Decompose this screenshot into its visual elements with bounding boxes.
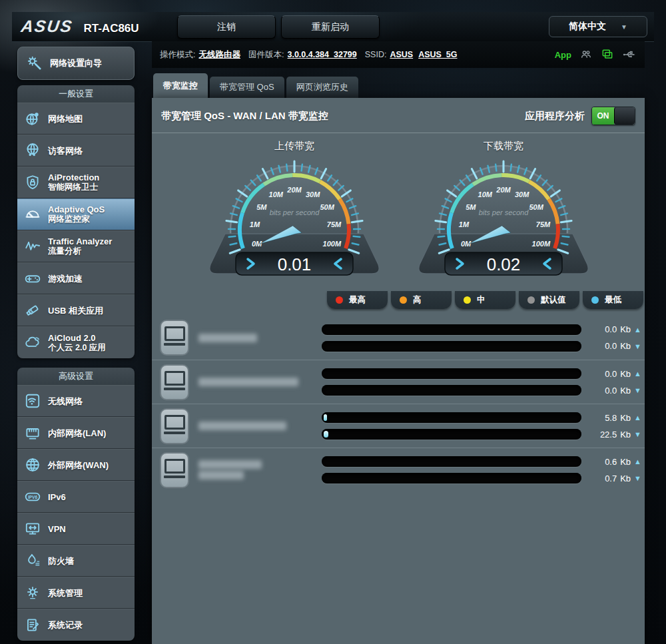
- aiprotection-icon: [23, 172, 43, 192]
- client-bars: [322, 368, 581, 396]
- sidebar-item-usb-apps[interactable]: USB 相关应用: [17, 294, 135, 326]
- logout-button[interactable]: 注销: [177, 15, 276, 39]
- legend-button-0[interactable]: 最高: [327, 291, 388, 309]
- operation-mode-link[interactable]: 无线路由器: [198, 49, 240, 61]
- download-value-line: 22.5Kb▼: [584, 429, 641, 440]
- legend-dot: [464, 296, 471, 304]
- legend-label: 最高: [349, 294, 366, 306]
- client-bars: [322, 456, 581, 483]
- tab-0[interactable]: 带宽监控: [153, 73, 208, 98]
- client-bars: [322, 324, 581, 352]
- upload-value: 0.6: [605, 457, 617, 467]
- client-bandwidth-list: 0.0Kb▲0.0Kb▼0.0Kb▲0.0Kb▼5.8Kb▲22.5Kb▼0.6…: [152, 316, 645, 491]
- admin-gear-icon: [23, 583, 43, 603]
- clients-icon[interactable]: [579, 48, 593, 61]
- sidebar-item-adaptive-qos[interactable]: Adaptive QoS网络监控家: [17, 198, 135, 230]
- ssid-label: SSID:: [365, 50, 387, 59]
- client-name-redacted: [198, 376, 322, 388]
- unit-label: Kb: [620, 324, 631, 334]
- sidebar-item-admin-gear[interactable]: 系统管理: [17, 577, 135, 609]
- ssid-link-2g[interactable]: ASUS: [390, 50, 413, 59]
- sidebar-item-aiprotection[interactable]: AiProtection智能网络卫士: [17, 166, 135, 198]
- sidebar-item-network-map[interactable]: 网络地图: [17, 103, 135, 135]
- asus-logo: ASUS: [20, 17, 75, 36]
- client-device-icon[interactable]: [160, 320, 189, 356]
- client-values: 0.0Kb▲0.0Kb▼: [584, 368, 641, 396]
- ssid-link-5g[interactable]: ASUS_5G: [418, 50, 457, 59]
- wan-icon: [23, 455, 43, 475]
- sidebar-item-label: USB 相关应用: [48, 306, 103, 316]
- game-boost-icon: [23, 268, 43, 288]
- sidebar-item-wireless[interactable]: 无线网络: [17, 385, 135, 417]
- sidebar-item-traffic-analyzer[interactable]: Traffic Analyzer流量分析: [17, 230, 135, 262]
- devices-sync-icon[interactable]: [601, 48, 614, 61]
- upload-arrow-icon: ▲: [634, 414, 641, 422]
- legend-label: 中: [477, 294, 486, 306]
- svg-text:75M: 75M: [536, 220, 551, 228]
- panel-title-row: 带宽管理 QoS - WAN / LAN 带宽监控 应用程序分析 ON: [152, 98, 645, 133]
- sidebar-item-guest-network[interactable]: 访客网络: [17, 135, 135, 166]
- client-device-icon[interactable]: [160, 364, 189, 400]
- download-bar: [322, 341, 581, 352]
- apps-analysis-label: 应用程序分析: [525, 110, 585, 123]
- svg-text:30M: 30M: [306, 190, 320, 198]
- sidebar-item-system-log[interactable]: 系统记录: [17, 609, 135, 641]
- usb-plug-icon[interactable]: [622, 47, 637, 62]
- status-info-bar: 操作模式: 无线路由器 固件版本: 3.0.0.4.384_32799 SSID…: [152, 41, 645, 68]
- priority-legend: 最高高中默认值最低: [152, 291, 645, 309]
- header-quick-icons: App: [555, 47, 639, 62]
- ipv6-icon: IPV6: [23, 487, 43, 507]
- unit-label: Kb: [620, 430, 631, 440]
- sidebar-item-ipv6[interactable]: IPV6IPv6: [17, 481, 135, 513]
- upload-bar: [322, 456, 581, 467]
- sidebar-item-wan[interactable]: 外部网络(WAN): [17, 449, 135, 481]
- reboot-button[interactable]: 重新启动: [281, 15, 380, 39]
- language-select[interactable]: 简体中文 ▼: [549, 16, 647, 37]
- sidebar-item-sublabel: 智能网络卫士: [48, 182, 99, 192]
- legend-button-1[interactable]: 高: [391, 291, 452, 309]
- sidebar-item-game-boost[interactable]: 游戏加速: [17, 262, 135, 294]
- client-device-icon[interactable]: [160, 408, 189, 444]
- sidebar-item-aicloud[interactable]: AiCloud 2.0个人云 2.0 应用: [17, 326, 135, 358]
- sidebar-item-lan[interactable]: 内部网络(LAN): [17, 417, 135, 449]
- app-link[interactable]: App: [555, 50, 571, 60]
- legend-button-3[interactable]: 默认值: [519, 291, 579, 309]
- gauge-0: 上传带宽0M1M5M10M20M30M50M75M100Mbits per se…: [194, 140, 394, 284]
- tab-2[interactable]: 网页浏览历史: [286, 77, 358, 98]
- legend-button-4[interactable]: 最低: [583, 291, 643, 309]
- lan-icon: [23, 423, 43, 443]
- download-value: 22.5: [600, 430, 617, 440]
- sidebar-item-labels: AiProtection智能网络卫士: [48, 172, 99, 192]
- sidebar-item-label: 防火墙: [48, 556, 74, 566]
- download-value-line: 0.7Kb▼: [584, 473, 641, 483]
- unit-label: Kb: [620, 457, 631, 467]
- svg-text:1M: 1M: [459, 220, 470, 228]
- sidebar-item-firewall[interactable]: 防火墙: [17, 545, 135, 577]
- sidebar-item-labels: 网络地图: [48, 114, 83, 124]
- firmware-version-link[interactable]: 3.0.0.4.384_32799: [287, 50, 356, 59]
- sidebar-item-sublabel: 流量分析: [48, 246, 112, 256]
- sidebar-item-labels: IPv6: [48, 492, 66, 502]
- apps-analysis-toggle[interactable]: ON: [591, 107, 635, 125]
- upload-arrow-icon: ▲: [634, 326, 641, 334]
- firmware-label: 固件版本:: [248, 49, 284, 61]
- legend-button-2[interactable]: 中: [455, 291, 515, 309]
- sidebar-item-quick-setup-wizard[interactable]: 网络设置向导: [17, 47, 135, 80]
- download-value: 0.7: [605, 474, 617, 483]
- unit-label: Kb: [620, 474, 631, 483]
- router-model: RT-AC86U: [83, 22, 139, 35]
- tab-1[interactable]: 带宽管理 QoS: [210, 77, 284, 98]
- client-values: 0.6Kb▲0.7Kb▼: [584, 456, 641, 483]
- sidebar-group-header: 高级设置: [17, 368, 135, 385]
- client-values: 0.0Kb▲0.0Kb▼: [584, 324, 641, 352]
- client-values: 5.8Kb▲22.5Kb▼: [584, 412, 641, 440]
- svg-text:100M: 100M: [532, 240, 551, 248]
- sidebar-item-vpn[interactable]: VPN: [17, 513, 135, 545]
- sidebar-item-labels: 系统记录: [48, 620, 83, 630]
- sidebar-item-label: 游戏加速: [48, 274, 83, 284]
- upload-value-line: 5.8Kb▲: [584, 412, 641, 423]
- unit-label: Kb: [620, 413, 631, 423]
- upload-arrow-icon: ▲: [634, 370, 641, 378]
- download-arrow-icon: ▼: [634, 430, 641, 438]
- client-device-icon[interactable]: [160, 452, 189, 488]
